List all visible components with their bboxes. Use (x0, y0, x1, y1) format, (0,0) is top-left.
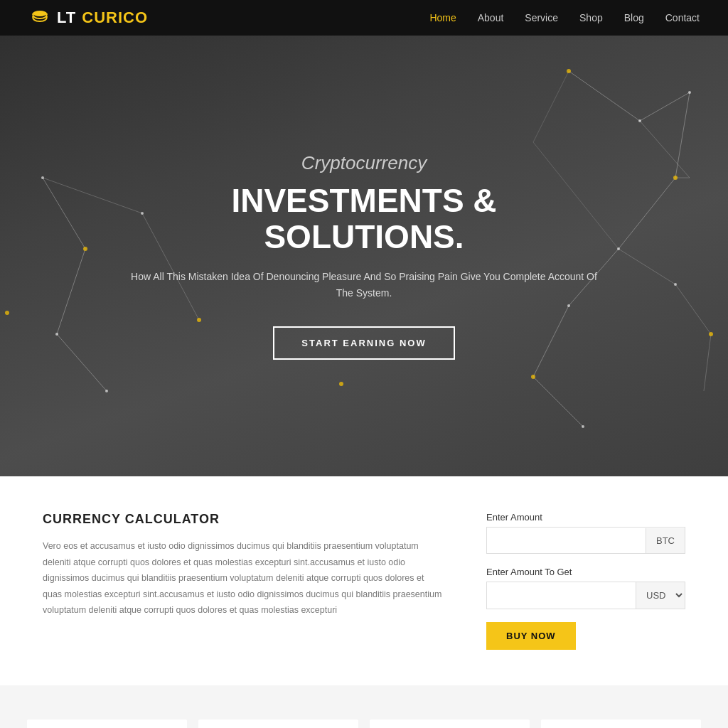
hero-section: Cryptocurrency INVESTMENTS & SOLUTIONS. … (0, 36, 728, 476)
calculator-description: Vero eos et accusamus et iusto odio dign… (43, 538, 444, 619)
feature-no-hidden-fees: No Hidden Fees (370, 719, 530, 728)
enter-amount-label: Enter Amount (486, 512, 685, 523)
nav-blog[interactable]: Blog (624, 12, 644, 23)
svg-point-23 (674, 283, 677, 286)
svg-line-8 (640, 121, 690, 178)
hero-subtitle: Cryptocurrency (129, 152, 599, 174)
svg-line-2 (640, 92, 690, 121)
logo[interactable]: LT CURICO (28, 6, 148, 29)
feature-detailed-statistics: Detailed Statistics (541, 719, 701, 728)
enter-amount-to-get-label: Enter Amount To Get (486, 567, 685, 577)
feature-instant-trading: Instant Trading (198, 719, 358, 728)
svg-point-24 (709, 332, 713, 336)
svg-point-30 (41, 176, 44, 179)
navbar: LT CURICO Home About Service Shop Blog C… (0, 0, 728, 36)
btc-tag: BTC (646, 528, 685, 553)
svg-point-0 (33, 11, 47, 16)
svg-point-22 (582, 425, 584, 428)
logo-icon (28, 6, 51, 29)
nav-links: Home About Service Shop Blog Contact (429, 11, 700, 24)
features-section: Instant Connect Instant Trading (0, 685, 728, 728)
svg-line-10 (619, 249, 675, 284)
buy-now-button[interactable]: BUY NOW (486, 622, 576, 650)
nav-service[interactable]: Service (525, 12, 558, 23)
svg-point-16 (638, 119, 641, 122)
svg-point-17 (688, 91, 691, 94)
get-amount-input[interactable] (487, 583, 636, 609)
svg-line-25 (43, 178, 85, 249)
nav-home[interactable]: Home (429, 12, 456, 23)
svg-line-26 (57, 249, 85, 334)
amount-input[interactable] (487, 528, 646, 553)
svg-line-12 (704, 334, 711, 391)
currency-select[interactable]: USD EUR GBP ETH (636, 582, 685, 609)
svg-line-3 (675, 92, 690, 178)
svg-point-15 (567, 69, 571, 73)
svg-point-18 (673, 176, 678, 180)
amount-input-row: BTC (486, 527, 685, 554)
svg-line-27 (57, 334, 107, 391)
hero-title: INVESTMENTS & SOLUTIONS. (129, 183, 599, 255)
svg-point-31 (83, 247, 87, 251)
logo-lt: LT (57, 9, 76, 27)
logo-curico: CURICO (82, 9, 148, 27)
start-earning-button[interactable]: START EARNING NOW (273, 326, 454, 360)
feature-instant-connect: Instant Connect (27, 719, 187, 728)
svg-point-37 (5, 311, 9, 315)
svg-point-19 (617, 247, 620, 250)
svg-point-32 (55, 333, 58, 336)
svg-point-36 (339, 382, 343, 386)
calculator-right: Enter Amount BTC Enter Amount To Get USD… (486, 512, 685, 650)
svg-point-21 (531, 375, 535, 379)
calculator-title: CURRENCY CALCULATOR (43, 512, 444, 527)
hero-content: Cryptocurrency INVESTMENTS & SOLUTIONS. … (115, 152, 613, 360)
get-amount-input-row: USD EUR GBP ETH (486, 582, 685, 609)
hero-description: How All This Mistaken Idea Of Denouncing… (129, 269, 599, 301)
svg-line-11 (675, 284, 711, 334)
svg-line-13 (533, 71, 569, 142)
nav-contact[interactable]: Contact (665, 12, 700, 23)
svg-point-33 (105, 390, 108, 392)
calculator-left: CURRENCY CALCULATOR Vero eos et accusamu… (43, 512, 444, 619)
svg-line-1 (569, 71, 640, 121)
svg-line-4 (619, 178, 675, 249)
nav-about[interactable]: About (478, 12, 504, 23)
svg-line-7 (533, 377, 583, 427)
calculator-section: CURRENCY CALCULATOR Vero eos et accusamu… (0, 476, 728, 685)
nav-shop[interactable]: Shop (579, 12, 603, 23)
